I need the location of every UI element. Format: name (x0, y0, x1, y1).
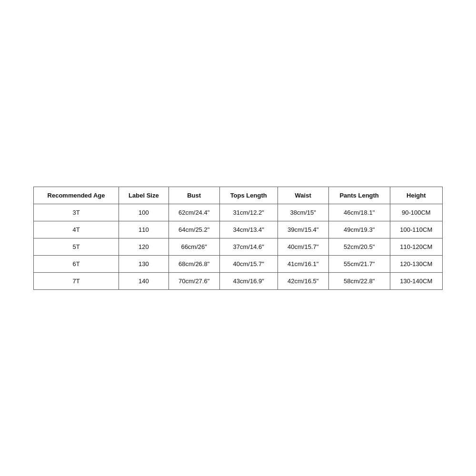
cell-bust: 68cm/26.8" (169, 255, 219, 272)
cell-tops_length: 31cm/12.2" (219, 204, 278, 221)
cell-label_size: 130 (119, 255, 169, 272)
header-tops-length: Tops Length (219, 187, 278, 204)
table-header-row: Recommended Age Label Size Bust Tops Len… (34, 187, 443, 204)
cell-age: 7T (34, 272, 119, 289)
cell-pants_length: 58cm/22.8" (328, 272, 390, 289)
table-row: 6T13068cm/26.8"40cm/15.7"41cm/16.1"55cm/… (34, 255, 443, 272)
cell-bust: 64cm/25.2" (169, 221, 219, 238)
cell-bust: 62cm/24.4" (169, 204, 219, 221)
cell-height: 130-140CM (390, 272, 442, 289)
cell-waist: 41cm/16.1" (278, 255, 328, 272)
cell-age: 3T (34, 204, 119, 221)
header-bust: Bust (169, 187, 219, 204)
cell-tops_length: 37cm/14.6" (219, 238, 278, 255)
header-height: Height (390, 187, 442, 204)
cell-waist: 42cm/16.5" (278, 272, 328, 289)
cell-pants_length: 49cm/19.3" (328, 221, 390, 238)
cell-pants_length: 55cm/21.7" (328, 255, 390, 272)
header-pants-length: Pants Length (328, 187, 390, 204)
cell-bust: 66cm/26" (169, 238, 219, 255)
cell-bust: 70cm/27.6" (169, 272, 219, 289)
cell-label_size: 100 (119, 204, 169, 221)
cell-waist: 38cm/15" (278, 204, 328, 221)
cell-height: 120-130CM (390, 255, 442, 272)
cell-label_size: 120 (119, 238, 169, 255)
cell-tops_length: 34cm/13.4" (219, 221, 278, 238)
cell-height: 100-110CM (390, 221, 442, 238)
cell-label_size: 110 (119, 221, 169, 238)
table-row: 7T14070cm/27.6"43cm/16.9"42cm/16.5"58cm/… (34, 272, 443, 289)
header-waist: Waist (278, 187, 328, 204)
cell-age: 5T (34, 238, 119, 255)
cell-pants_length: 52cm/20.5" (328, 238, 390, 255)
table-row: 3T10062cm/24.4"31cm/12.2"38cm/15"46cm/18… (34, 204, 443, 221)
size-chart-table: Recommended Age Label Size Bust Tops Len… (33, 187, 443, 290)
cell-pants_length: 46cm/18.1" (328, 204, 390, 221)
cell-height: 110-120CM (390, 238, 442, 255)
cell-label_size: 140 (119, 272, 169, 289)
header-recommended-age: Recommended Age (34, 187, 119, 204)
cell-age: 6T (34, 255, 119, 272)
cell-tops_length: 40cm/15.7" (219, 255, 278, 272)
header-label-size: Label Size (119, 187, 169, 204)
cell-waist: 39cm/15.4" (278, 221, 328, 238)
cell-age: 4T (34, 221, 119, 238)
cell-height: 90-100CM (390, 204, 442, 221)
cell-tops_length: 43cm/16.9" (219, 272, 278, 289)
size-chart-container: Recommended Age Label Size Bust Tops Len… (33, 187, 443, 290)
table-row: 5T12066cm/26"37cm/14.6"40cm/15.7"52cm/20… (34, 238, 443, 255)
table-row: 4T11064cm/25.2"34cm/13.4"39cm/15.4"49cm/… (34, 221, 443, 238)
cell-waist: 40cm/15.7" (278, 238, 328, 255)
